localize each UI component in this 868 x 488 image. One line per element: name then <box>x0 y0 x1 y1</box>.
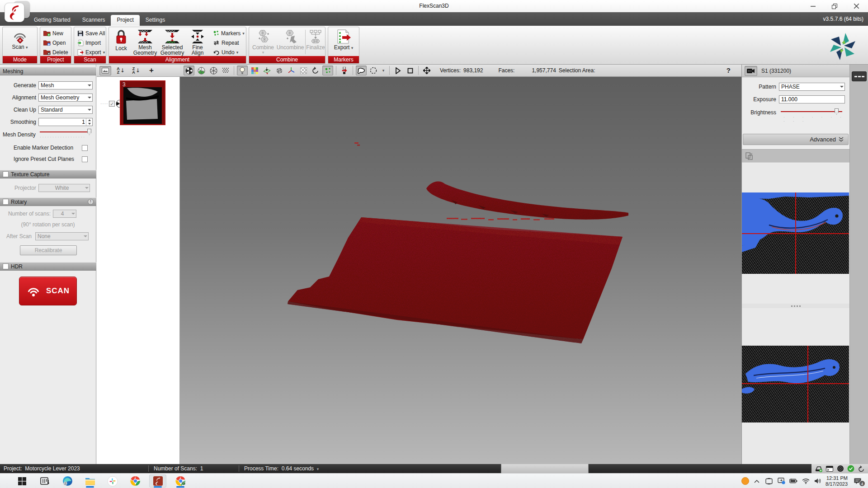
recalibrate-button[interactable]: Recalibrate <box>20 245 77 255</box>
smoothing-spinner[interactable] <box>38 118 93 126</box>
projector-dropdown[interactable]: White <box>38 184 90 192</box>
close-button[interactable] <box>846 0 866 12</box>
fit-view-icon[interactable] <box>745 152 754 160</box>
rotary-scans-dropdown[interactable]: 4 <box>53 210 76 218</box>
thumbnail-view-button[interactable] <box>99 66 111 75</box>
brightness-slider[interactable] <box>781 108 842 115</box>
brightness-slider-thumb[interactable] <box>835 108 839 115</box>
camera-preview-1[interactable] <box>742 192 849 274</box>
after-scan-dropdown[interactable]: None <box>35 232 89 240</box>
smoothing-down-icon[interactable] <box>86 122 92 126</box>
smoothing-input[interactable] <box>39 118 85 126</box>
selected-geometry-align-button[interactable]: Selected Geometry <box>160 29 185 56</box>
tray-volume-icon[interactable] <box>813 476 822 487</box>
texture-toggle-button[interactable] <box>249 66 260 75</box>
alignment-dropdown[interactable]: Mesh Geometry <box>38 94 93 102</box>
restore-button[interactable] <box>825 0 844 12</box>
edge-icon[interactable] <box>59 474 76 488</box>
cut-plane-button[interactable] <box>261 66 272 75</box>
docked-panel-handle[interactable] <box>852 71 867 81</box>
tray-battery-icon[interactable] <box>789 476 798 487</box>
pattern-dropdown[interactable]: PHASE <box>779 83 845 91</box>
smoothing-up-icon[interactable] <box>86 118 92 122</box>
tray-chevron-up-icon[interactable] <box>752 476 761 487</box>
axis-button[interactable] <box>286 66 297 75</box>
hdr-checkbox[interactable] <box>3 263 9 269</box>
point-cloud-view-button[interactable] <box>220 66 231 75</box>
scan-mode-button[interactable]: Scan ▾ <box>5 29 34 50</box>
chrome-icon[interactable] <box>127 474 144 488</box>
camera-preview-2[interactable] <box>742 346 849 422</box>
refresh-icon[interactable] <box>858 465 865 472</box>
combine-button[interactable]: Combine ▾ <box>251 29 275 55</box>
lock-button[interactable]: Lock <box>112 29 131 51</box>
stop-button[interactable] <box>405 66 415 75</box>
tab-getting-started[interactable]: Getting Started <box>28 15 76 26</box>
marker-detection-checkbox[interactable] <box>82 145 88 151</box>
marker-tool-button[interactable] <box>339 66 350 75</box>
scan-thumbnail[interactable]: 3 <box>120 80 165 125</box>
tab-project[interactable]: Project <box>111 15 139 26</box>
export-scan-button[interactable]: Export ▾ <box>77 48 105 56</box>
new-project-button[interactable]: New <box>43 29 63 37</box>
preview-splitter-handle[interactable] <box>742 304 849 308</box>
show-markers-button[interactable] <box>322 66 333 75</box>
advanced-button[interactable]: Advanced <box>743 134 849 145</box>
open-project-button[interactable]: Open <box>43 39 66 47</box>
selection-mask-button[interactable] <box>298 66 309 75</box>
repeat-button[interactable]: Repeat <box>213 39 239 47</box>
camera-lens-icon[interactable] <box>837 465 844 472</box>
density-slider-thumb[interactable] <box>87 129 91 135</box>
textured-mesh-view-button[interactable] <box>196 66 207 75</box>
finalize-button[interactable]: Finalize <box>306 29 325 50</box>
help-icon[interactable]: ? <box>726 66 731 74</box>
import-button[interactable]: Import <box>77 39 101 47</box>
tray-app-icon[interactable] <box>741 477 749 485</box>
exposure-input[interactable] <box>779 95 845 103</box>
cleanup-dropdown[interactable]: Standard <box>38 106 93 114</box>
rotary-checkbox[interactable] <box>3 199 9 205</box>
pan-button[interactable] <box>421 66 432 75</box>
add-scan-button[interactable]: + <box>146 66 157 75</box>
slack-icon[interactable] <box>104 474 121 488</box>
tab-scanners[interactable]: Scanners <box>76 15 111 26</box>
play-button[interactable] <box>392 66 403 75</box>
wireframe-view-button[interactable] <box>208 66 219 75</box>
texture-capture-checkbox[interactable] <box>3 171 9 177</box>
rotate-view-button[interactable] <box>310 66 321 75</box>
shaded-mesh-view-button[interactable] <box>184 66 194 75</box>
chrome-profile2-icon[interactable] <box>172 474 189 488</box>
generate-dropdown[interactable]: Mesh <box>38 81 93 89</box>
tray-clock[interactable]: 12:31 PM 8/17/2023 <box>826 475 848 487</box>
file-explorer-icon[interactable] <box>81 474 99 488</box>
select-mode-caret[interactable]: ▾ <box>380 66 387 75</box>
status-process-time[interactable]: Process Time: 0.64 seconds ▾ <box>244 464 319 473</box>
tray-display-share-icon[interactable] <box>777 476 786 487</box>
tray-tablet-icon[interactable] <box>764 476 774 487</box>
bounding-box-button[interactable] <box>274 66 284 75</box>
notification-center-button[interactable]: 4 <box>851 475 864 487</box>
circle-select-button[interactable] <box>368 66 379 75</box>
add-scanner-icon[interactable] <box>815 465 823 472</box>
scan-button[interactable]: SCAN <box>19 277 77 305</box>
cut-planes-checkbox[interactable] <box>82 156 88 162</box>
scan-item-checkbox[interactable]: ✓ <box>109 101 115 107</box>
tab-settings[interactable]: Settings <box>140 15 171 26</box>
viewport-canvas[interactable] <box>180 77 741 464</box>
mesh-geometry-align-button[interactable]: Mesh Geometry <box>132 29 158 56</box>
delete-project-button[interactable]: Delete <box>43 48 68 56</box>
sort-az-button[interactable]: AZ↓ <box>115 66 127 75</box>
export-markers-button[interactable]: Export ▾ <box>330 29 357 51</box>
console-icon[interactable] <box>826 466 833 472</box>
task-view-button[interactable] <box>36 474 53 488</box>
markers-align-button[interactable]: Markers ▾ <box>213 29 245 37</box>
camera-button[interactable] <box>745 66 757 76</box>
density-slider[interactable] <box>40 128 91 136</box>
scan-list[interactable]: ···· ✓ 3 <box>97 77 180 464</box>
minimize-button[interactable] <box>803 0 823 12</box>
fine-align-button[interactable]: Fine Align <box>186 29 209 56</box>
flexscan3d-taskbar-icon[interactable] <box>149 474 166 488</box>
sort-za-button[interactable]: ZA↓ <box>130 66 142 75</box>
start-button[interactable] <box>14 474 31 488</box>
app-logo-icon[interactable] <box>5 1 31 22</box>
